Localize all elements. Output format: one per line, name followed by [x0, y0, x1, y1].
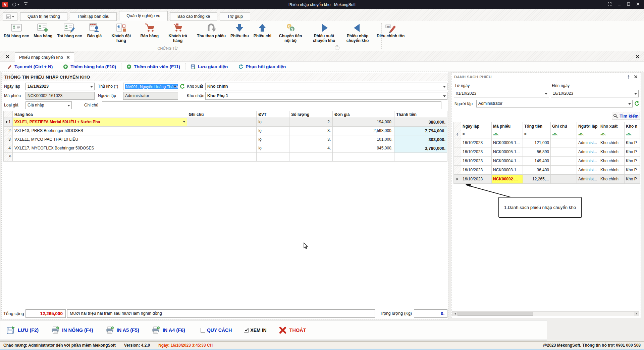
ribbon-separator [381, 23, 382, 49]
items-table-header: Hàng hóa Ghi chú ĐVT Số lượng Đơn giá Th… [3, 111, 447, 118]
tab-close-icon[interactable] [66, 56, 70, 59]
table-row[interactable]: 2 VXLE13, PRRS Boehringer 50DOSES lọ 3. … [3, 127, 447, 135]
save-button[interactable]: LƯU (F2) [6, 326, 39, 335]
items-table: Hàng hóa Ghi chú ĐVT Số lượng Đơn giá Th… [3, 111, 447, 162]
col-thanh-tien[interactable]: Thành tiền [394, 111, 447, 118]
table-row[interactable]: 3 VXLE11, MYCO PAC THÁI 10 LIỀU lọ 3. 10… [3, 135, 447, 144]
status-support: @2023 MekongSoft. Thông tin hỗ trợ: 0901… [543, 343, 641, 348]
add-product-button[interactable]: Thêm hàng hóa (F10) [58, 63, 121, 70]
ribbon-tab-system-admin[interactable]: Quản trị hệ thống [20, 12, 67, 21]
kho-nhan-combo[interactable]: Kho Phụ 1 [205, 92, 447, 100]
panel-close-icon[interactable] [634, 75, 638, 80]
den-ngay-combo[interactable]: 16/10/2023 [551, 90, 639, 97]
col-so-luong[interactable]: Số lượng [289, 111, 333, 118]
row-indicator: 1 [4, 118, 13, 126]
checkbox-unchecked-icon[interactable] [201, 328, 205, 333]
ribbon-collapse-icon[interactable]: ˆ [335, 45, 339, 50]
list-item[interactable]: 16/10/2023 NCK00003-1... 36,400 Administ… [453, 166, 640, 175]
collect-by-receipt-icon [205, 22, 218, 34]
scrollbar-thumb[interactable] [458, 312, 533, 316]
ribbon-item-thu-theo-phieu[interactable]: Thu theo phiếu [195, 22, 228, 43]
action-bar: Tạo mới (Ctrl + N) Thêm hàng hóa (F10) T… [0, 61, 644, 72]
exit-button[interactable]: THOÁT [279, 326, 306, 334]
status-welcome: Chào mừng: Administrator đến với phần mề… [3, 343, 116, 348]
close-all-tabs-icon[interactable] [3, 53, 11, 60]
refresh-icon[interactable] [634, 101, 639, 107]
col-hang-hoa[interactable]: Hàng hóa [13, 111, 187, 118]
col-kho-nhan[interactable]: Kho n [625, 122, 640, 130]
ma-phieu-label: Mã phiếu [4, 92, 21, 100]
tab-phieu-nhap-chuyen-kho[interactable]: Phiếu nhập chuyển kho [15, 52, 74, 62]
list-item[interactable]: 16/10/2023 NCK00004-1... 149,400 Adminis… [453, 157, 640, 166]
main-menu-button[interactable] [3, 12, 17, 21]
col-ghi-chu[interactable]: Ghi chú [551, 122, 577, 130]
save-layout-button[interactable]: Lưu giao diện [185, 63, 233, 70]
list-item[interactable]: 16/10/2023 NCK00006-1... 121,000 Adminis… [453, 138, 640, 147]
table-new-row[interactable]: * [3, 153, 447, 162]
col-don-gia[interactable]: Đơn giá [333, 111, 394, 118]
col-nguoi-lap[interactable]: Người lập [577, 122, 599, 130]
tu-ngay-combo[interactable]: 01/10/2023 [454, 90, 549, 97]
scroll-right-icon[interactable] [634, 312, 639, 316]
thu-kho-combo[interactable]: NV001, Nguyễn Hoàng Thành [123, 83, 178, 90]
col-tong-tien[interactable]: Tổng tiền [523, 122, 551, 130]
nguoi-lap-field[interactable]: Administrator [123, 92, 178, 100]
ribbon-item-dieu-chinh-ton[interactable]: ab Điều chỉnh tồn [374, 22, 407, 43]
pin-icon[interactable] [627, 75, 631, 80]
ribbon-tab-help[interactable]: Trợ giúp [220, 12, 250, 21]
table-row[interactable]: 4 VXLE17, MYCOFLEX Boehringer 50DOSES lọ… [3, 144, 447, 153]
ribbon-tab-initial-setup[interactable]: Thiết lập ban đầu [70, 12, 117, 21]
ribbon-item-mua-hang[interactable]: Mua hàng [31, 22, 55, 43]
horizontal-scrollbar[interactable] [452, 311, 639, 316]
ma-phieu-field[interactable]: NCK00002-161023 [25, 92, 95, 100]
grid-filter-row[interactable]: = aBc = aBc aBc aBc aBc [453, 130, 640, 138]
list-item[interactable]: 16/10/2023 NCK00005-1... 56,890 Administ… [453, 147, 640, 157]
ribbon-item-khach-dat-hang[interactable]: Khách đặt hàng [104, 22, 138, 43]
ribbon-item-chuyen-tien-noi-bo[interactable]: €$ Chuyển tiền nội bộ [274, 22, 307, 43]
ribbon-item-ban-hang[interactable]: Bán hàng [138, 22, 161, 43]
section-title: THÔNG TIN PHIẾU NHẬP CHUYỂN KHO [2, 73, 447, 81]
ngay-lap-combo[interactable]: 16/10/2023 [25, 83, 95, 90]
ribbon-item-phieu-thu[interactable]: Phiếu thu [228, 22, 251, 43]
chevron-down-icon [545, 93, 547, 96]
ribbon-tab-operations[interactable]: Quản lý nghiệp vụ [119, 11, 168, 21]
ribbon-item-dat-hang-ncc[interactable]: Đặt hàng ncc [1, 22, 31, 43]
loai-gia-combo[interactable]: Giá nhập [25, 101, 72, 109]
print-hot-button[interactable]: ? IN NÓNG (F4) [51, 326, 93, 335]
search-button[interactable]: Tìm kiếm [612, 112, 640, 120]
window-title: Phiếu nhập chuyển kho - MekongSoft [0, 2, 644, 7]
ribbon-tab-reports[interactable]: Báo cáo thống kê [170, 12, 217, 21]
print-a4-button[interactable]: ? IN A4 (F6) [151, 326, 185, 335]
annotation-callout: 1.Danh sách phiếu nhập chuyển kho [498, 197, 582, 218]
chevron-down-icon[interactable] [183, 121, 185, 124]
col-kho-xuat[interactable]: Kho xuất [599, 122, 625, 130]
create-new-button[interactable]: Tạo mới (Ctrl + N) [2, 63, 58, 70]
col-ngay-lap[interactable]: Ngày lập [461, 122, 492, 130]
col-ma-phieu[interactable]: Mã phiếu [492, 122, 523, 130]
ribbon-item-bao-gia[interactable]: Báo giá [84, 22, 104, 43]
tabstrip-close-icon[interactable] [633, 53, 641, 60]
ribbon-item-tra-hang-ncc[interactable]: Trả hàng ncc [55, 22, 84, 43]
add-employee-button[interactable]: Thêm nhân viên (F11) [121, 63, 185, 70]
kho-xuat-combo[interactable]: Kho chính [205, 83, 447, 90]
nguoi-lap-filter-combo[interactable]: Administrator [476, 100, 633, 107]
save-icon [6, 326, 15, 335]
ngay-lap-label: Ngày lập [4, 83, 20, 90]
restore-layout-button[interactable]: Phục hồi giao diện [233, 63, 291, 70]
ribbon-item-phieu-nhap-chuyen-kho[interactable]: Phiếu nhập chuyển kho [341, 22, 374, 43]
scroll-left-icon[interactable] [452, 312, 458, 316]
xem-in-checkbox[interactable]: XEM IN [244, 327, 266, 333]
col-ghi-chu[interactable]: Ghi chú [187, 111, 257, 118]
table-row[interactable]: 1 VXLE1, PESTIFFA Merial 50LIỀU + Nước P… [3, 118, 447, 127]
ribbon-item-phieu-chi[interactable]: Phiếu chi [251, 22, 274, 43]
ribbon-item-phieu-xuat-chuyen-kho[interactable]: Phiếu xuất chuyển kho [307, 22, 341, 43]
refresh-icon[interactable] [179, 84, 185, 90]
ghi-chu-input[interactable] [102, 101, 441, 109]
col-dvt[interactable]: ĐVT [257, 111, 289, 118]
printer-icon: ? [51, 326, 59, 335]
ribbon-item-khach-tra-hang[interactable]: Khách trả hàng [161, 22, 195, 43]
print-a5-button[interactable]: ? IN A5 (F5) [105, 326, 139, 335]
checkbox-checked-icon[interactable] [244, 328, 249, 333]
quy-cach-checkbox[interactable]: QUY CÁCH [201, 327, 232, 333]
supplier-return-icon [63, 22, 76, 34]
